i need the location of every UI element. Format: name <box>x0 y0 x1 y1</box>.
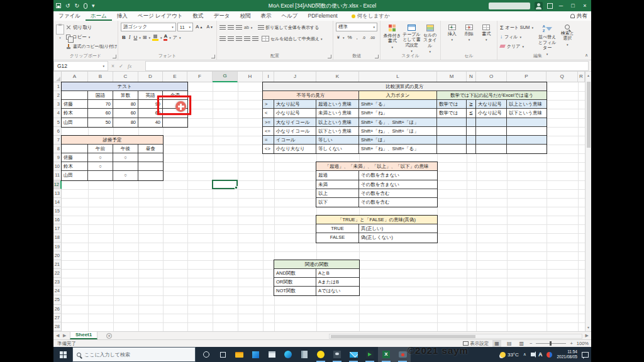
comma-format-button[interactable]: , <box>355 33 359 41</box>
row-header-17[interactable]: 17 <box>53 224 62 233</box>
taskbar-app-mail-icon[interactable] <box>345 347 362 362</box>
scroll-down-icon[interactable]: ▼ <box>586 326 591 329</box>
taskbar-clock[interactable]: 11:542021/08/05 <box>557 349 577 359</box>
table-cell[interactable]: OR関数 <box>274 278 316 287</box>
table-cell[interactable]: 小なり大なり <box>274 145 316 153</box>
fill-button[interactable]: ↓フィル▾ <box>500 32 536 41</box>
ribbon-tab-ページ レイアウト[interactable]: ページ レイアウト <box>133 11 188 21</box>
taskbar-app-yellow-app-icon[interactable] <box>313 347 329 362</box>
merge-center-button[interactable]: セルを結合して中央揃え▾ <box>262 36 323 42</box>
taskbar-app-edge-icon[interactable] <box>280 347 296 362</box>
row-header-18[interactable]: 18 <box>53 233 62 242</box>
borders-button[interactable]: ⊞ <box>142 33 148 41</box>
format-cells-button[interactable]: 書式▾ <box>478 23 495 41</box>
table-cell[interactable]: TRUE <box>316 224 359 233</box>
insert-cells-button[interactable]: + 挿入▾ <box>443 23 460 41</box>
font-dialog-launcher[interactable] <box>211 55 215 58</box>
table-cell[interactable]: 60 <box>113 109 138 118</box>
table-cell[interactable]: 診療予定 <box>62 136 163 145</box>
table-cell[interactable] <box>507 118 547 127</box>
table-cell[interactable]: <= <box>263 127 274 136</box>
column-header-G[interactable]: G <box>213 72 238 82</box>
table-cell[interactable]: テスト <box>62 82 187 91</box>
confirm-entry-icon[interactable]: ✓ <box>119 63 123 69</box>
table-cell[interactable] <box>467 145 476 153</box>
table-cell[interactable]: 小なりイコール <box>274 127 316 136</box>
font-name-select[interactable]: 源ゴシック▾ <box>121 23 176 31</box>
share-button[interactable]: 共有 <box>570 11 587 21</box>
table-cell[interactable]: 未満という意味 <box>316 109 359 118</box>
column-header-P[interactable]: P <box>507 72 547 82</box>
tray-app-icon[interactable] <box>547 352 552 358</box>
name-box[interactable]: G12▾ <box>53 61 108 71</box>
table-cell[interactable] <box>138 153 163 162</box>
table-cell[interactable]: 数学では下記の記号だがExcelでは違う <box>437 91 547 100</box>
table-cell[interactable]: 午前 <box>88 145 113 153</box>
table-cell[interactable]: 関連の関数 <box>274 260 359 269</box>
orientation-icon[interactable]: ab <box>244 25 249 30</box>
table-cell[interactable] <box>467 136 476 145</box>
row-header-16[interactable]: 16 <box>53 216 62 224</box>
taskbar-app-task-view-icon[interactable] <box>214 347 231 362</box>
table-cell[interactable] <box>62 91 88 100</box>
add-sheet-icon[interactable]: + <box>106 333 112 339</box>
table-cell[interactable]: 入力ボタン <box>359 91 437 100</box>
vertical-scrollbar[interactable]: ▲ ▼ <box>585 72 591 331</box>
table-cell[interactable]: ≧ <box>467 100 476 109</box>
table-cell[interactable]: <> <box>263 145 274 153</box>
table-cell[interactable]: Shift+「る」 <box>359 100 437 109</box>
autosum-button[interactable]: Σオート SUM▾ <box>500 23 536 32</box>
table-cell[interactable] <box>62 145 88 153</box>
column-header-C[interactable]: C <box>113 72 138 82</box>
table-cell[interactable] <box>507 136 547 145</box>
wrap-text-button[interactable]: 折り返して全体を表示する <box>258 25 319 31</box>
column-header-F[interactable]: F <box>187 72 213 82</box>
column-header-K[interactable]: K <box>316 72 359 82</box>
increase-font-icon[interactable]: A▲ <box>194 23 204 31</box>
paste-button[interactable]: ▾ <box>56 23 64 51</box>
find-select-button[interactable]: 検索と選択▾ <box>559 23 576 56</box>
column-header-N[interactable]: N <box>467 72 476 82</box>
taskbar-app-teams-icon[interactable] <box>329 347 345 362</box>
table-cell[interactable]: Shift+「る」、Shift+「ほ」 <box>359 118 437 127</box>
column-header-E[interactable]: E <box>163 72 187 82</box>
table-cell[interactable]: 大なり記号 <box>476 100 507 109</box>
number-dialog-launcher[interactable] <box>375 55 379 58</box>
ribbon-tab-校閲[interactable]: 校閲 <box>235 11 255 21</box>
table-cell[interactable] <box>88 171 113 180</box>
table-cell[interactable]: 60 <box>88 109 113 118</box>
zoom-slider[interactable] <box>536 343 566 344</box>
table-cell[interactable] <box>437 136 467 145</box>
table-cell[interactable]: 超過 <box>316 171 359 180</box>
table-cell[interactable]: 以下 <box>316 198 359 207</box>
table-cell[interactable]: 不等号の見方 <box>263 91 359 100</box>
table-cell[interactable]: NOT関数 <box>274 287 316 295</box>
table-cell[interactable]: 以上という意味 <box>316 118 359 127</box>
column-header-Q[interactable]: Q <box>547 72 578 82</box>
align-left-icon[interactable] <box>219 36 226 41</box>
decrease-indent-icon[interactable] <box>244 36 250 41</box>
table-cell[interactable]: ○ <box>88 162 113 171</box>
table-cell[interactable] <box>467 127 476 136</box>
row-header-25[interactable]: 25 <box>53 295 62 304</box>
horizontal-scrollbar[interactable] <box>329 334 582 339</box>
taskbar-app-file-explorer-icon[interactable] <box>231 347 247 362</box>
table-cell[interactable]: ○ <box>113 153 138 162</box>
ime-mode-indicator[interactable]: A <box>538 351 543 358</box>
column-header-L[interactable]: L <box>359 72 437 82</box>
table-cell[interactable]: 80 <box>113 100 138 109</box>
table-cell[interactable]: 80 <box>113 118 138 127</box>
percent-format-button[interactable]: % <box>346 33 353 41</box>
row-header-21[interactable]: 21 <box>53 260 62 269</box>
table-cell[interactable]: その数を含まない <box>359 180 437 189</box>
ribbon-display-options-icon[interactable] <box>547 3 553 9</box>
selected-cell[interactable] <box>212 180 238 189</box>
conditional-formatting-button[interactable]: 条件付き書式▾ <box>383 23 401 53</box>
column-header-H[interactable]: H <box>238 72 263 82</box>
underline-button[interactable]: U <box>132 33 138 41</box>
table-cell[interactable]: 佐藤 <box>62 100 88 109</box>
table-cell[interactable]: 大なり記号 <box>274 100 316 109</box>
table-cell[interactable]: 70 <box>88 100 113 109</box>
row-header-13[interactable]: 13 <box>53 189 62 198</box>
table-cell[interactable]: 午後 <box>113 145 138 153</box>
